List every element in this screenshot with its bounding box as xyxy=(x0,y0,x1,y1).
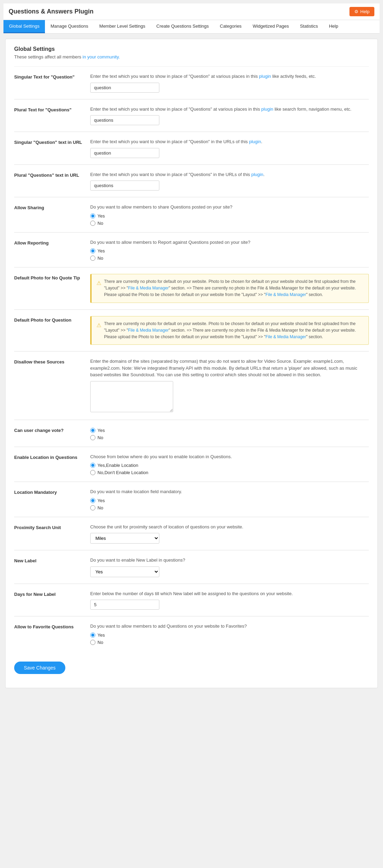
tab-member-level-settings[interactable]: Member Level Settings xyxy=(94,20,151,33)
singular-url-input[interactable] xyxy=(90,148,159,158)
allow-reporting-no-radio[interactable] xyxy=(90,256,95,261)
allow-favorite-yes-radio[interactable] xyxy=(90,632,95,638)
file-manager-link-2a[interactable]: File & Media Manager xyxy=(128,328,169,333)
community-link[interactable]: in your community. xyxy=(83,54,120,59)
can-change-vote-yes-radio[interactable] xyxy=(90,428,95,433)
allow-reporting-row: Allow Reporting Do you want to allow mem… xyxy=(14,232,369,267)
allow-sharing-yes-label: Yes xyxy=(97,213,105,219)
allow-sharing-yes-option[interactable]: Yes xyxy=(90,213,369,219)
default-photo-question-row: Default Photo for Question ⚠ There are c… xyxy=(14,310,369,351)
new-label-row: New Label Do you want to enable New Labe… xyxy=(14,550,369,583)
default-photo-noquote-label: Default Photo for No Quote Tip xyxy=(14,274,83,280)
plural-url-input[interactable] xyxy=(90,181,159,191)
plural-url-label: Plural "Questions" text in URL xyxy=(14,171,83,178)
allow-sharing-no-option[interactable]: No xyxy=(90,221,369,226)
file-manager-link-2b[interactable]: File & Media Manager xyxy=(265,334,306,339)
new-label-select[interactable]: Yes No xyxy=(90,566,159,577)
can-change-vote-no-radio[interactable] xyxy=(90,435,95,440)
tab-global-settings[interactable]: Global Settings xyxy=(3,20,45,33)
file-manager-link-1b[interactable]: File & Media Manager xyxy=(265,292,306,297)
proximity-search-desc: Choose the unit for proximity search of … xyxy=(90,524,369,530)
proximity-search-label: Proximity Search Unit xyxy=(14,524,83,530)
tab-create-questions-settings[interactable]: Create Questions Settings xyxy=(151,20,214,33)
can-change-vote-content: Yes No xyxy=(90,426,369,440)
warning-icon-2: ⚠ xyxy=(96,321,101,341)
singular-url-row: Singular "Question" text in URL Enter th… xyxy=(14,132,369,164)
allow-reporting-yes-option[interactable]: Yes xyxy=(90,248,369,253)
allow-reporting-content: Do you want to allow members to Report a… xyxy=(90,239,369,261)
location-mandatory-no-label: No xyxy=(97,505,103,510)
singular-text-row: Singular Text for "Question" Enter the t… xyxy=(14,66,369,99)
file-manager-link-1a[interactable]: File & Media Manager xyxy=(128,286,169,290)
plural-url-desc: Enter the text which you want to show in… xyxy=(90,171,369,178)
allow-sharing-no-label: No xyxy=(97,221,103,226)
location-mandatory-no-radio[interactable] xyxy=(90,505,95,510)
save-changes-button[interactable]: Save Changes xyxy=(14,662,65,674)
enable-location-yes-option[interactable]: Yes,Enable Location xyxy=(90,463,369,468)
allow-favorite-no-option[interactable]: No xyxy=(90,640,369,645)
location-mandatory-no-option[interactable]: No xyxy=(90,505,369,510)
plugin-link-2[interactable]: plugin xyxy=(261,107,273,112)
enable-location-no-label: No,Don't Enable Location xyxy=(97,470,148,475)
tab-widgetized-pages[interactable]: Widgetized Pages xyxy=(247,20,295,33)
tab-manage-questions[interactable]: Manage Questions xyxy=(45,20,94,33)
proximity-search-select[interactable]: Miles Kilometers xyxy=(90,533,159,544)
proximity-search-row: Proximity Search Unit Choose the unit fo… xyxy=(14,517,369,550)
location-mandatory-radio-group: Yes No xyxy=(90,498,369,510)
section-title: Global Settings xyxy=(14,46,369,52)
allow-sharing-desc: Do you want to allow members to share Qu… xyxy=(90,204,369,211)
can-change-vote-no-option[interactable]: No xyxy=(90,435,369,440)
disallow-sources-row: Disallow these Sources Enter the domains… xyxy=(14,351,369,419)
enable-location-desc: Choose from below where do you want to e… xyxy=(90,453,369,460)
can-change-vote-yes-option[interactable]: Yes xyxy=(90,428,369,433)
can-change-vote-radio-group: Yes No xyxy=(90,428,369,440)
plural-url-content: Enter the text which you want to show in… xyxy=(90,171,369,191)
section-desc: These settings affect all members in you… xyxy=(14,54,369,59)
allow-sharing-yes-radio[interactable] xyxy=(90,213,95,219)
enable-location-radio-group: Yes,Enable Location No,Don't Enable Loca… xyxy=(90,463,369,475)
plural-text-row: Plural Text for "Questions" Enter the te… xyxy=(14,99,369,132)
plural-url-row: Plural "Questions" text in URL Enter the… xyxy=(14,165,369,197)
can-change-vote-row: Can user change vote? Yes No xyxy=(14,420,369,446)
save-button-container: Save Changes xyxy=(14,651,369,681)
allow-favorite-yes-label: Yes xyxy=(97,632,105,638)
singular-text-content: Enter the text which you want to show in… xyxy=(90,73,369,93)
disallow-sources-label: Disallow these Sources xyxy=(14,358,83,364)
tab-statistics[interactable]: Statistics xyxy=(295,20,324,33)
plugin-link-1[interactable]: plugin xyxy=(259,74,271,79)
singular-text-input[interactable] xyxy=(90,83,159,93)
allow-favorite-content: Do you want to allow members to add Ques… xyxy=(90,623,369,645)
allow-favorite-desc: Do you want to allow members to add Ques… xyxy=(90,623,369,630)
days-new-label-desc: Enter below the number of days till whic… xyxy=(90,590,369,597)
plugin-link-4[interactable]: plugin xyxy=(251,172,263,177)
allow-sharing-no-radio[interactable] xyxy=(90,221,95,226)
new-label-label: New Label xyxy=(14,557,83,563)
page-title: Questions & Answers Plugin xyxy=(9,8,93,15)
allow-favorite-no-label: No xyxy=(97,640,103,645)
location-mandatory-yes-option[interactable]: Yes xyxy=(90,498,369,503)
help-button[interactable]: ⚙ Help xyxy=(349,7,374,16)
plural-text-input[interactable] xyxy=(90,115,159,125)
enable-location-no-option[interactable]: No,Don't Enable Location xyxy=(90,470,369,475)
days-new-label-input[interactable] xyxy=(90,600,159,610)
tab-categories[interactable]: Categories xyxy=(214,20,247,33)
days-new-label-label: Days for New Label xyxy=(14,590,83,597)
plural-text-desc: Enter the text which you want to show in… xyxy=(90,106,369,113)
allow-sharing-radio-group: Yes No xyxy=(90,213,369,226)
can-change-vote-label: Can user change vote? xyxy=(14,426,83,433)
enable-location-yes-radio[interactable] xyxy=(90,463,95,468)
location-mandatory-content: Do you want to make location field manda… xyxy=(90,488,369,510)
allow-reporting-radio-group: Yes No xyxy=(90,248,369,261)
default-photo-question-label: Default Photo for Question xyxy=(14,316,83,323)
tab-help[interactable]: Help xyxy=(324,20,344,33)
location-mandatory-desc: Do you want to make location field manda… xyxy=(90,488,369,495)
allow-favorite-yes-option[interactable]: Yes xyxy=(90,632,369,638)
allow-favorite-no-radio[interactable] xyxy=(90,640,95,645)
new-label-content: Do you want to enable New Label in quest… xyxy=(90,557,369,577)
disallow-sources-textarea[interactable] xyxy=(90,381,173,412)
allow-reporting-yes-radio[interactable] xyxy=(90,248,95,253)
enable-location-no-radio[interactable] xyxy=(90,470,95,475)
plugin-link-3[interactable]: plugin xyxy=(249,139,261,144)
location-mandatory-yes-radio[interactable] xyxy=(90,498,95,503)
allow-reporting-no-option[interactable]: No xyxy=(90,256,369,261)
